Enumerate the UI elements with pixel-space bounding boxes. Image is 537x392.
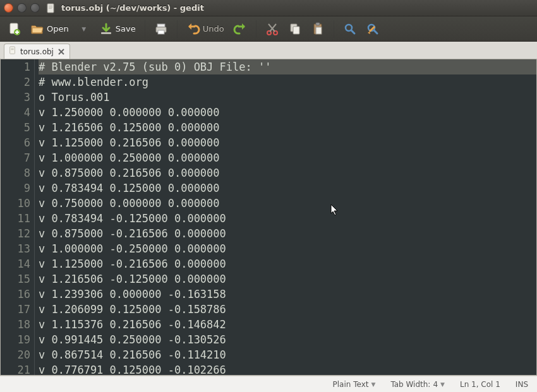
svg-rect-11 <box>158 30 164 34</box>
redo-button[interactable] <box>229 19 251 39</box>
svg-rect-21 <box>10 47 15 54</box>
svg-rect-3 <box>49 8 52 9</box>
line-number: 15 <box>1 271 30 287</box>
window-titlebar: torus.obj (~/dev/works) - gedit <box>0 0 537 16</box>
svg-rect-2 <box>49 7 52 8</box>
print-button[interactable] <box>150 19 172 39</box>
code-line[interactable]: v 0.875000 -0.216506 0.000000 <box>39 226 536 241</box>
chevron-down-icon: ▼ <box>440 381 445 388</box>
toolbar-file-group: Open ▼ Save <box>4 19 140 39</box>
svg-rect-8 <box>101 32 111 34</box>
code-line[interactable]: v 1.115376 0.216506 -0.146842 <box>39 317 536 332</box>
line-number: 8 <box>1 165 30 181</box>
code-line[interactable]: v 1.239306 0.000000 -0.163158 <box>39 287 536 302</box>
syntax-selector[interactable]: Plain Text ▼ <box>333 380 376 389</box>
undo-button-label: Undo <box>203 24 224 33</box>
document-tab[interactable]: torus.obj <box>4 44 70 59</box>
copy-button[interactable] <box>284 19 306 39</box>
code-line[interactable]: # www.blender.org <box>39 74 536 90</box>
svg-rect-15 <box>293 27 299 34</box>
line-number: 11 <box>1 211 30 226</box>
svg-rect-9 <box>157 24 165 27</box>
tab-label: torus.obj <box>20 47 54 56</box>
code-line[interactable]: v 0.875000 0.216506 0.000000 <box>39 165 536 181</box>
code-line[interactable]: v 1.000000 -0.250000 0.000000 <box>39 241 536 256</box>
code-line[interactable]: v 1.206099 0.125000 -0.158786 <box>39 302 536 317</box>
code-line[interactable]: v 1.000000 0.250000 0.000000 <box>39 150 536 165</box>
tabwidth-selector[interactable]: Tab Width: 4 ▼ <box>390 380 445 389</box>
line-number: 2 <box>1 74 30 90</box>
undo-button[interactable]: Undo <box>183 19 228 39</box>
code-line[interactable]: v 1.125000 0.216506 0.000000 <box>39 135 536 150</box>
tab-close-button[interactable] <box>57 47 66 56</box>
insert-mode-text: INS <box>516 380 528 389</box>
svg-rect-23 <box>11 49 13 50</box>
toolbar-separator <box>145 20 145 38</box>
line-number: 3 <box>1 90 30 105</box>
save-button[interactable]: Save <box>95 19 140 39</box>
code-line[interactable]: v 1.216506 0.125000 0.000000 <box>39 120 536 135</box>
copy-icon <box>288 22 302 36</box>
code-line[interactable]: v 0.750000 0.000000 0.000000 <box>39 196 536 211</box>
save-button-label: Save <box>116 24 136 33</box>
window-close-button[interactable] <box>4 3 13 13</box>
line-number-gutter: 123456789101112131415161718192021 <box>1 59 35 375</box>
line-number: 14 <box>1 256 30 271</box>
chevron-down-icon: ▼ <box>81 26 86 32</box>
code-line[interactable]: v 0.776791 0.125000 -0.102266 <box>39 362 536 376</box>
statusbar: Plain Text ▼ Tab Width: 4 ▼ Ln 1, Col 1 … <box>0 376 537 392</box>
cursor-position-text: Ln 1, Col 1 <box>460 380 500 389</box>
svg-rect-17 <box>316 23 320 25</box>
paste-button[interactable] <box>307 19 329 39</box>
syntax-label: Plain Text <box>333 380 369 389</box>
line-number: 13 <box>1 241 30 256</box>
toolbar-clipboard-group <box>262 19 329 39</box>
line-number: 17 <box>1 302 30 317</box>
code-line[interactable]: v 1.125000 -0.216506 0.000000 <box>39 256 536 271</box>
code-line[interactable]: v 0.867514 0.216506 -0.114210 <box>39 347 536 362</box>
line-number: 20 <box>1 347 30 362</box>
editor[interactable]: 123456789101112131415161718192021 # Blen… <box>0 59 537 376</box>
code-line[interactable]: v 0.783494 0.125000 0.000000 <box>39 181 536 196</box>
paste-icon <box>311 22 325 36</box>
window-maximize-button[interactable] <box>30 3 40 13</box>
document-tabbar: torus.obj <box>0 42 537 59</box>
code-line[interactable]: v 0.783494 -0.125000 0.000000 <box>39 211 536 226</box>
toolbar-separator <box>334 20 334 38</box>
line-number: 19 <box>1 332 30 347</box>
chevron-down-icon: ▼ <box>371 381 375 388</box>
window-minimize-button[interactable] <box>17 3 27 13</box>
line-number: 5 <box>1 120 30 135</box>
save-icon <box>99 22 113 36</box>
cut-button[interactable] <box>262 19 283 39</box>
line-number: 4 <box>1 105 30 120</box>
code-line[interactable]: v 1.250000 0.000000 0.000000 <box>39 105 536 120</box>
toolbar-undo-group: Undo <box>183 19 251 39</box>
code-area[interactable]: # Blender v2.75 (sub 0) OBJ File: ''# ww… <box>35 59 536 375</box>
toolbar-separator <box>177 20 178 38</box>
open-button[interactable]: Open <box>27 19 73 39</box>
tabwidth-text: Tab Width: <box>390 380 430 389</box>
new-button[interactable] <box>4 19 25 39</box>
window-title: torus.obj (~/dev/works) - gedit <box>61 3 204 13</box>
find-button[interactable] <box>339 19 361 39</box>
line-number: 16 <box>1 287 30 302</box>
insert-mode[interactable]: INS <box>516 380 528 389</box>
line-number: 12 <box>1 226 30 241</box>
line-number: 9 <box>1 181 30 196</box>
svg-rect-22 <box>11 49 13 49</box>
find-replace-button[interactable] <box>362 19 383 39</box>
undo-icon <box>186 22 200 36</box>
line-number: 7 <box>1 150 30 165</box>
close-icon <box>58 49 64 55</box>
cursor-position: Ln 1, Col 1 <box>460 380 500 389</box>
new-document-icon <box>8 22 21 36</box>
code-line[interactable]: v 1.216506 -0.125000 0.000000 <box>39 271 536 287</box>
code-line[interactable]: # Blender v2.75 (sub 0) OBJ File: '' <box>39 59 536 74</box>
svg-rect-7 <box>15 32 19 33</box>
code-line[interactable]: o Torus.001 <box>39 90 536 105</box>
main-toolbar: Open ▼ Save <box>0 16 537 42</box>
open-recent-dropdown[interactable]: ▼ <box>74 19 94 39</box>
code-line[interactable]: v 0.991445 0.250000 -0.130526 <box>39 332 536 347</box>
line-number: 18 <box>1 317 30 332</box>
